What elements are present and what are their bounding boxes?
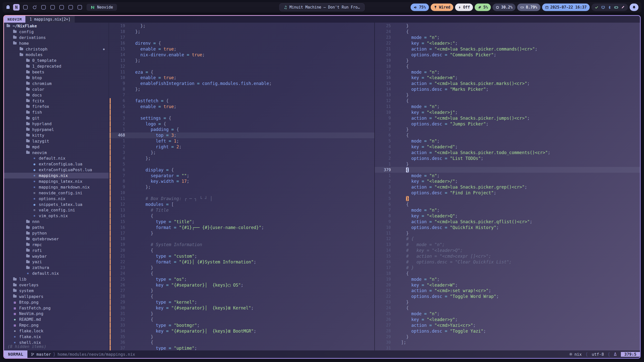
workspace-tag[interactable]	[49, 4, 56, 11]
code-line[interactable]: 25 }	[375, 23, 640, 29]
code-line[interactable]: 7 }	[375, 127, 640, 132]
code-line[interactable]: 14 {	[109, 213, 374, 219]
cpu-widget[interactable]: 5%	[475, 4, 491, 11]
tree-item-hyprpanel[interactable]: hyprpanel	[4, 127, 109, 132]
code-line[interactable]: 3 settings = {	[109, 115, 374, 121]
code-line[interactable]: 17 }	[109, 230, 374, 236]
code-line[interactable]: 19 # System Information	[109, 242, 374, 248]
code-line[interactable]: 12 modules = [	[109, 202, 374, 207]
code-line[interactable]: 6 fastfetch = {	[109, 98, 374, 104]
code-line[interactable]: 32 {	[109, 316, 374, 322]
tree-item-lazygit[interactable]: lazygit	[4, 138, 109, 144]
tree-item-fcitx[interactable]: fcitx	[4, 98, 109, 104]
code-line[interactable]: 31	[375, 345, 640, 350]
code-line[interactable]: 15 type = "title";	[109, 219, 374, 224]
code-line[interactable]: 17	[109, 35, 374, 40]
code-line[interactable]: 16 key = "<leader>m";	[375, 75, 640, 81]
tree-item-fish[interactable]: fish	[4, 109, 109, 115]
code-line[interactable]: 10 options.desc = "Quickfix History";	[375, 224, 640, 230]
tree-item-readme.md[interactable]: ◆README.md	[4, 316, 109, 322]
code-line[interactable]: 10	[109, 190, 374, 196]
code-line[interactable]: 5 mode = "n";	[375, 138, 640, 144]
pen-icon[interactable]	[621, 6, 625, 9]
tree-item-derivations[interactable]: derivations	[4, 35, 109, 40]
code-line[interactable]: 13 };	[109, 58, 374, 63]
code-line[interactable]: 1 mode = "n";	[375, 173, 640, 178]
code-line[interactable]: 4 };	[109, 155, 374, 161]
workspace-tag[interactable]	[58, 4, 65, 11]
code-line[interactable]: 15 # action = "<cmd>cexpr []<cr>";	[375, 253, 640, 259]
clock-widget[interactable]: 2025-07-22 16:37	[542, 4, 590, 11]
network-widget[interactable]: Wired	[431, 4, 453, 11]
tree-item-mappings_markdown.nix[interactable]: ∗mappings_markdown.nix	[4, 184, 109, 190]
code-line[interactable]: 19 };	[109, 23, 374, 29]
code-line[interactable]: 22 format = "{#1}│ {#}System Information…	[109, 259, 374, 265]
code-line[interactable]: 9 action = "<cmd>lua Snacks.picker.qflis…	[375, 219, 640, 224]
taskbar-item-neovide[interactable]: Neovide	[87, 4, 117, 11]
code-line[interactable]: 13 }	[375, 92, 640, 98]
code-line[interactable]: 9 };	[109, 184, 374, 190]
code-line[interactable]: 7	[109, 92, 374, 98]
code-line[interactable]: 18 {	[375, 63, 640, 69]
code-line[interactable]: 18 {	[375, 270, 640, 276]
tree-item-yazi[interactable]: yazi	[4, 259, 109, 265]
code-line[interactable]: 27 }	[109, 288, 374, 294]
media-widget[interactable]: ♫ Minuit Machine – Don't Run Fro…	[279, 3, 365, 11]
tree-item-neovide_config.ini[interactable]: ≡neovide_config.ini	[4, 190, 109, 196]
code-line[interactable]: 11 # Box Drawing: ┌ ─ ┐ └ ┘ │	[109, 196, 374, 202]
tab-mappings-nix[interactable]: 1 mappings.nix[2+]	[25, 16, 75, 23]
tree-item-vale_config.ini[interactable]: ≡vale_config.ini	[4, 207, 109, 213]
code-line[interactable]: 11 }	[375, 230, 640, 236]
code-line[interactable]: 26 key = "<leader>y";	[375, 316, 640, 322]
tree-item-0_template[interactable]: 0_template	[4, 58, 109, 63]
tree-item-mappings_latex.nix[interactable]: ∗mappings_latex.nix	[4, 178, 109, 184]
code-line[interactable]: 37 type = "uptime";	[109, 345, 374, 350]
bluetooth-icon[interactable]	[608, 6, 611, 9]
code-line[interactable]: 17 mode = "n";	[375, 69, 640, 75]
code-line[interactable]: 11 mode = "n";	[375, 104, 640, 109]
code-line[interactable]: 26 key = "{#separator}│ {keys}▢ OS";	[109, 282, 374, 288]
tree-item-extraconfiglua.lua[interactable]: ◉extraConfigLua.lua	[4, 161, 109, 167]
code-line[interactable]: 4	[109, 109, 374, 115]
code-line[interactable]: 28 {	[109, 294, 374, 299]
gamepad-icon[interactable]	[614, 6, 618, 9]
code-line[interactable]: 22 key = "<leader>:";	[375, 40, 640, 46]
tree-item-hyprland[interactable]: hyprland	[4, 121, 109, 127]
code-line[interactable]: 20 options.desc = "Commands Picker";	[375, 52, 640, 58]
code-line[interactable]: 2 logo = {	[109, 121, 374, 127]
workspace-tag-refresh[interactable]	[31, 4, 38, 11]
code-line[interactable]: 2 key = "<leader>/";	[375, 178, 640, 184]
code-line[interactable]: 25 mode = "n";	[375, 311, 640, 317]
notifications-button[interactable]	[630, 4, 638, 11]
code-line[interactable]: 17 # }	[375, 265, 640, 270]
tree-item-modules[interactable]: modules	[4, 52, 109, 58]
tree-item-rofi[interactable]: rofi	[4, 248, 109, 253]
code-line[interactable]: 13 # mode = "n";	[375, 242, 640, 248]
tree-item-default.nix[interactable]: ∗default.nix	[4, 270, 109, 276]
code-line[interactable]: 23 mode = "n";	[375, 35, 640, 40]
code-line[interactable]: 9 enableFishIntegration = config.modules…	[109, 81, 374, 86]
tree-item-wallpapers[interactable]: wallpapers	[4, 294, 109, 299]
disk-widget[interactable]: 8.79%	[517, 4, 540, 11]
tree-item-kitty[interactable]: kitty	[4, 132, 109, 138]
code-line[interactable]: 3 };	[109, 150, 374, 156]
code-line[interactable]: 21 type = "custom";	[109, 253, 374, 259]
tree-item-qutebrowser[interactable]: qutebrowser	[4, 236, 109, 242]
code-line[interactable]: 6 {	[375, 132, 640, 138]
code-line[interactable]: 5 enable = true;	[109, 104, 374, 109]
tree-item-lib[interactable]: lib	[4, 276, 109, 282]
code-line[interactable]: 12 {	[375, 98, 640, 104]
tree-item-snippets_latex.lua[interactable]: ◉snippets_latex.lua	[4, 202, 109, 207]
code-line[interactable]: 24 {	[109, 270, 374, 276]
tree-item-system[interactable]: system	[4, 288, 109, 294]
tree-item-neovim.png[interactable]: ▨NeoVim.png	[4, 311, 109, 317]
code-line[interactable]: 3 action = "<cmd>lua Snacks.picker.todo_…	[375, 150, 640, 156]
workspace-tag[interactable]	[22, 4, 29, 11]
workspace-tag[interactable]	[40, 4, 47, 11]
code-line[interactable]: 5 }	[375, 196, 640, 202]
code-line[interactable]: 8 options.desc = "Jumps Picker";	[375, 121, 640, 127]
code-line[interactable]: 30 key = "{#separator}│ {keys}≣ Kernel";	[109, 305, 374, 311]
code-line[interactable]: 5	[109, 161, 374, 167]
code-line[interactable]: 19 mode = "n";	[375, 276, 640, 282]
tree-item-color[interactable]: color	[4, 86, 109, 92]
